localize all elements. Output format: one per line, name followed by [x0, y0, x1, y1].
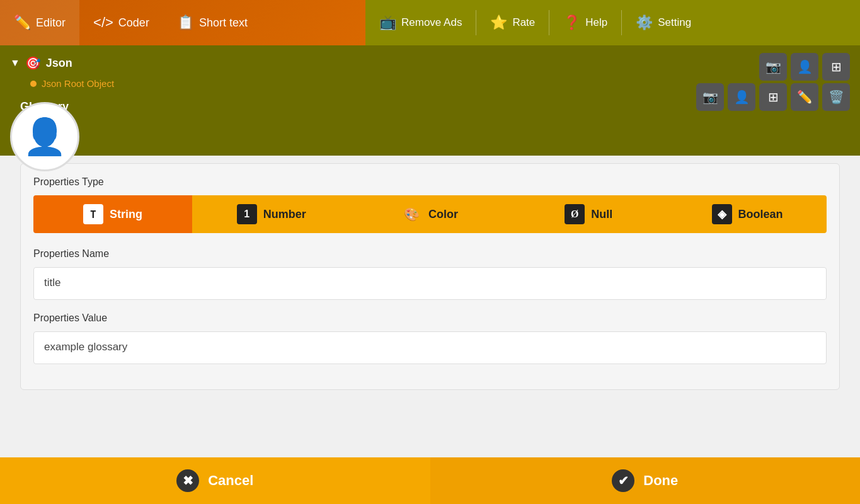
tree-dot-icon [30, 81, 37, 87]
remove-ads-button[interactable]: 📺 Remove Ads [365, 0, 476, 45]
done-button[interactable]: ✔ Done [430, 457, 861, 504]
remove-ads-label: Remove Ads [401, 16, 462, 29]
tree-delete-btn[interactable]: 🗑️ [822, 83, 850, 111]
rate-button[interactable]: ⭐ Rate [476, 0, 549, 45]
short-text-button[interactable]: 📋 Short text [163, 0, 261, 45]
help-icon: ❓ [563, 14, 580, 31]
toolbar-right: 📺 Remove Ads ⭐ Rate ❓ Help ⚙️ Setting [365, 0, 860, 45]
tree-collapse-icon: ▼ [10, 57, 20, 69]
type-string-button[interactable]: T String [33, 195, 192, 233]
properties-value-section: Properties Value example glossary [33, 312, 827, 364]
tree-actions-1: 📷 👤 ⊞ [759, 53, 850, 81]
tree-root-row[interactable]: ▼ 🎯 Json [10, 52, 850, 74]
tree-root-sub-label: Json Root Object [42, 78, 114, 89]
boolean-icon: ◈ [712, 204, 732, 224]
type-null-button[interactable]: Ø Null [509, 195, 668, 233]
type-number-button[interactable]: 1 Number [192, 195, 351, 233]
tree-user-btn-2[interactable]: 👤 [728, 83, 755, 111]
editor-button[interactable]: ✏️ Editor [0, 0, 79, 45]
number-icon: 1 [237, 204, 257, 224]
avatar-icon: 👤 [23, 116, 67, 158]
color-label: Color [428, 208, 458, 221]
tree-grid-btn-2[interactable]: ⊞ [759, 83, 787, 111]
setting-button[interactable]: ⚙️ Setting [622, 0, 705, 45]
color-icon: 🎨 [402, 204, 422, 224]
string-label: String [110, 208, 142, 221]
main-panel: Properties Type T String 1 Number 🎨 Colo… [10, 163, 850, 390]
coder-icon: </> [93, 14, 113, 31]
null-icon: Ø [565, 204, 585, 224]
avatar: 👤 [10, 102, 79, 171]
editor-icon: ✏️ [14, 14, 31, 31]
rate-label: Rate [512, 16, 535, 29]
properties-name-label: Properties Name [33, 248, 827, 260]
done-icon: ✔ [612, 469, 634, 492]
tree-screenshot-btn-2[interactable]: 📷 [696, 83, 724, 111]
null-label: Null [591, 208, 612, 221]
toolbar-left: ✏️ Editor </> Coder 📋 Short text [0, 0, 365, 45]
type-boolean-button[interactable]: ◈ Boolean [668, 195, 827, 233]
tree-globe-icon: 🎯 [25, 55, 41, 71]
coder-label: Coder [118, 16, 149, 30]
type-buttons-row: T String 1 Number 🎨 Color Ø Null ◈ Bo [33, 195, 827, 233]
properties-panel: Properties Type T String 1 Number 🎨 Colo… [20, 163, 840, 390]
help-button[interactable]: ❓ Help [549, 0, 621, 45]
bottom-bar: ✖ Cancel ✔ Done [0, 457, 860, 504]
properties-name-field[interactable]: title [33, 267, 827, 300]
editor-label: Editor [36, 16, 66, 30]
properties-type-section: Properties Type T String 1 Number 🎨 Colo… [33, 176, 827, 233]
properties-value-field[interactable]: example glossary [33, 331, 827, 364]
setting-icon: ⚙️ [636, 14, 653, 31]
setting-label: Setting [658, 16, 691, 29]
tree-area: ▼ 🎯 Json Json Root Object Glossary 📷 👤 ⊞… [0, 45, 860, 156]
number-label: Number [263, 208, 306, 221]
properties-value-value: example glossary [44, 341, 127, 353]
tree-actions-2: 📷 👤 ⊞ ✏️ 🗑️ [696, 83, 850, 111]
cancel-button[interactable]: ✖ Cancel [0, 457, 430, 504]
coder-button[interactable]: </> Coder [79, 0, 163, 45]
done-label: Done [643, 472, 678, 489]
toolbar: ✏️ Editor </> Coder 📋 Short text 📺 Remov… [0, 0, 860, 45]
properties-type-label: Properties Type [33, 176, 827, 188]
string-icon: T [83, 204, 103, 224]
tree-user-btn[interactable]: 👤 [791, 53, 818, 81]
cancel-icon: ✖ [176, 469, 199, 492]
tree-edit-btn[interactable]: ✏️ [791, 83, 818, 111]
properties-name-value: title [44, 277, 60, 289]
tree-root-label: Json [46, 57, 72, 70]
rate-icon: ⭐ [490, 14, 507, 31]
type-color-button[interactable]: 🎨 Color [351, 195, 510, 233]
short-text-label: Short text [199, 16, 248, 30]
help-label: Help [585, 16, 607, 29]
cancel-label: Cancel [208, 472, 253, 489]
properties-name-section: Properties Name title [33, 248, 827, 300]
short-text-icon: 📋 [177, 14, 194, 31]
tree-screenshot-btn[interactable]: 📷 [759, 53, 787, 81]
properties-value-label: Properties Value [33, 312, 827, 324]
boolean-label: Boolean [738, 208, 783, 221]
remove-ads-icon: 📺 [379, 14, 396, 31]
tree-grid-btn[interactable]: ⊞ [822, 53, 850, 81]
